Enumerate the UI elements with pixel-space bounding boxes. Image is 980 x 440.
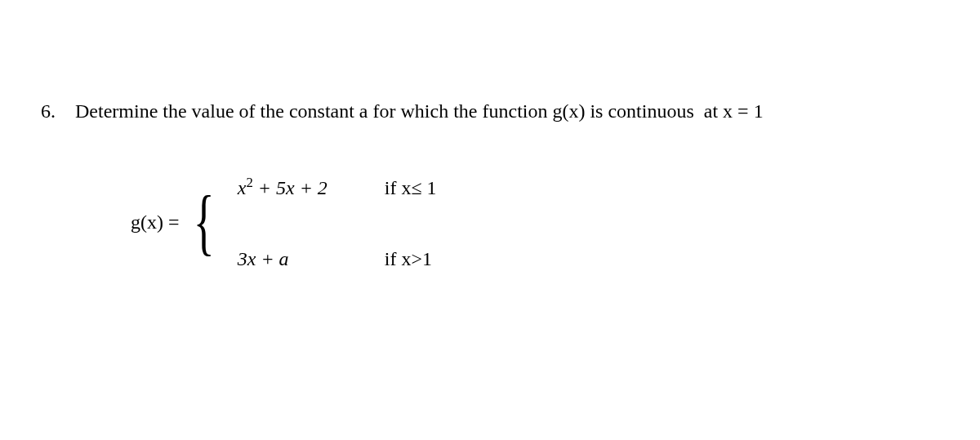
function-cases: x2 + 5x + 2 if x≤ 1 3x + a if x>1	[238, 175, 437, 270]
expression-2: 3x + a	[238, 248, 368, 270]
problem-statement: 6. Determine the value of the constant a…	[41, 98, 939, 126]
problem-number: 6.	[41, 100, 56, 122]
piecewise-function: g(x) = { x2 + 5x + 2 if x≤ 1 3x + a if x…	[131, 175, 939, 270]
left-brace: {	[193, 193, 214, 251]
function-name: g(x) =	[131, 211, 180, 233]
expression-1: x2 + 5x + 2	[238, 175, 368, 199]
condition-1: if x≤ 1	[385, 177, 437, 199]
case-row-1: x2 + 5x + 2 if x≤ 1	[238, 175, 437, 199]
case-row-2: 3x + a if x>1	[238, 248, 437, 270]
condition-2: if x>1	[385, 248, 432, 270]
problem-text: Determine the value of the constant a fo…	[75, 100, 764, 122]
